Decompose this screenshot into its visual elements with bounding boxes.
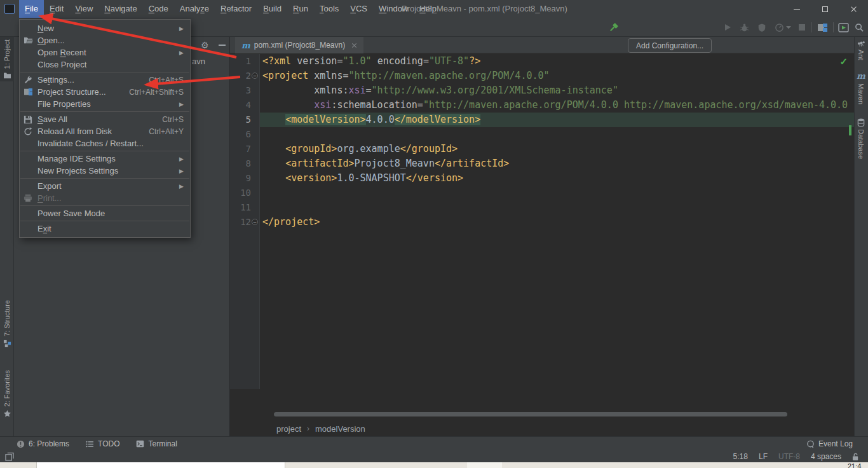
tab-close-icon[interactable] (351, 43, 357, 48)
toolwindow-problems-button[interactable]: 6: Problems (17, 439, 69, 448)
menu-item-file-properties[interactable]: File Properties▶ (20, 98, 190, 110)
menu-item-new-projects-settings[interactable]: New Projects Settings▶ (20, 165, 190, 177)
encoding-widget[interactable]: UTF-8 (778, 452, 800, 461)
code-line-4[interactable]: 4 xsi:schemaLocation="http://maven.apach… (230, 98, 854, 113)
menu-item-open-recent[interactable]: Open Recent▶ (20, 46, 190, 59)
submenu-arrow-icon: ▶ (179, 168, 184, 174)
menubar-item-run[interactable]: Run (287, 0, 314, 18)
run-button[interactable] (723, 18, 732, 37)
toolwindow-maven-label: Maven (857, 83, 865, 104)
code-line-2[interactable]: 2−<project xmlns="http://maven.apache.or… (230, 69, 854, 83)
menubar-item-tools[interactable]: Tools (314, 0, 344, 18)
code-viewport[interactable]: 1<?xml version="1.0" encoding="UTF-8"?>2… (230, 54, 854, 389)
menu-item-label: Project Structure... (37, 87, 118, 97)
menu-item-project-structure[interactable]: Project Structure...Ctrl+Alt+Shift+S (20, 86, 190, 98)
menubar-item-edit[interactable]: Edit (44, 0, 69, 18)
breadcrumb-modelversion[interactable]: modelVersion (315, 424, 365, 434)
fold-icon[interactable]: − (252, 72, 258, 79)
stop-button[interactable] (798, 18, 806, 37)
build-hammer-button[interactable] (608, 18, 619, 37)
menu-item-new[interactable]: New▶ (20, 22, 190, 34)
menubar-item-file[interactable]: File (19, 0, 44, 18)
menu-item-save-all[interactable]: Save AllCtrl+S (20, 113, 190, 125)
horizontal-scrollbar[interactable] (274, 412, 787, 416)
background-window-white-area (36, 462, 285, 468)
menubar-item-vcs[interactable]: VCS (344, 0, 373, 18)
menu-item-close-project[interactable]: Close Project (20, 59, 190, 71)
maximize-button[interactable] (811, 0, 839, 18)
maximize-icon (822, 6, 828, 12)
submenu-arrow-icon: ▶ (179, 156, 184, 162)
code-line-5[interactable]: 5 <modelVersion>4.0.0</modelVersion> (230, 113, 854, 127)
toolwindow-terminal-button[interactable]: Terminal (136, 439, 177, 448)
code-line-3[interactable]: 3 xmlns:xsi="http://www.w3.org/2001/XMLS… (230, 83, 854, 98)
project-root-partial-label: avn (192, 57, 205, 66)
debug-button[interactable] (740, 18, 749, 37)
toolwindow-database-button[interactable]: Database (854, 118, 868, 159)
menu-item-print[interactable]: Print... (20, 192, 190, 204)
line-number: 4 (230, 98, 260, 113)
run-anything-button[interactable] (838, 18, 849, 37)
code-line-8[interactable]: 8 <artifactId>Projoct8_Meavn</artifactId… (230, 156, 854, 171)
editor-tabbar: m pom.xml (Projoct8_Meavn) (230, 37, 854, 53)
code-line-11[interactable]: 11 (230, 200, 854, 215)
toolwindow-favorites-button[interactable]: 2: Favorites (0, 368, 14, 420)
database-icon (857, 118, 865, 127)
code-line-6[interactable]: 6 (230, 127, 854, 142)
maven-file-icon: m (241, 41, 250, 50)
toolwindow-todo-button[interactable]: TODO (86, 439, 119, 448)
toolwindow-ant-button[interactable]: Ant (854, 39, 868, 60)
toolwindow-maven-button[interactable]: m Maven (854, 71, 868, 104)
indent-widget[interactable]: 4 spaces (811, 452, 841, 461)
menu-item-power-save-mode[interactable]: Power Save Mode (20, 207, 190, 219)
code-text: <version>1.0-SNAPSHOT</version> (260, 171, 463, 186)
menu-item-label: Reload All from Disk (37, 127, 137, 136)
project-structure-button[interactable] (817, 18, 828, 37)
todo-label: TODO (98, 439, 119, 448)
close-button[interactable] (839, 0, 868, 18)
lock-icon[interactable] (852, 453, 859, 461)
add-configuration-button[interactable]: Add Configuration... (628, 38, 712, 53)
menu-item-settings[interactable]: Settings...Ctrl+Alt+S (20, 74, 190, 86)
menubar-item-build[interactable]: Build (257, 0, 287, 18)
toolbar-separator (833, 22, 834, 32)
menu-item-manage-ide-settings[interactable]: Manage IDE Settings▶ (20, 153, 190, 165)
minimize-button[interactable] (782, 0, 811, 18)
code-line-9[interactable]: 9 <version>1.0-SNAPSHOT</version> (230, 171, 854, 186)
code-line-12[interactable]: 12−</project> (230, 215, 854, 230)
menu-item-invalidate-caches-restart[interactable]: Invalidate Caches / Restart... (20, 137, 190, 149)
fold-icon[interactable]: − (252, 219, 258, 225)
menu-item-open[interactable]: Open... (20, 34, 190, 46)
menu-item-label: Settings... (37, 75, 137, 85)
search-everywhere-button[interactable] (855, 18, 864, 37)
code-line-7[interactable]: 7 <groupId>org.example</groupId> (230, 142, 854, 156)
code-line-1[interactable]: 1<?xml version="1.0" encoding="UTF-8"?> (230, 54, 854, 69)
toolwindow-structure-button[interactable]: 7: Structure (0, 298, 14, 350)
toolwindow-toggle-button[interactable] (5, 452, 14, 461)
bottom-toolwindow-bar: 6: Problems TODO Terminal Event Log (0, 436, 868, 451)
menubar-item-analyze[interactable]: Analyze (174, 0, 215, 18)
error-stripe-mark[interactable] (849, 125, 851, 135)
caret-position-widget[interactable]: 5:18 (733, 452, 748, 461)
editor-tab-pom-xml[interactable]: m pom.xml (Projoct8_Meavn) (235, 37, 363, 53)
code-line-10[interactable]: 10 (230, 186, 854, 200)
menu-item-label: Close Project (37, 60, 184, 69)
hide-panel-icon[interactable] (219, 45, 226, 46)
menubar-item-refactor[interactable]: Refactor (215, 0, 257, 18)
menu-item-export[interactable]: Export▶ (20, 180, 190, 192)
menubar-item-navigate[interactable]: Navigate (98, 0, 142, 18)
titlebar: FileEditViewNavigateCodeAnalyzeRefactorB… (0, 0, 868, 18)
breadcrumb-project[interactable]: project (276, 424, 301, 434)
profiler-button[interactable] (775, 18, 791, 37)
coverage-button[interactable] (757, 18, 766, 37)
toolwindow-project-button[interactable]: 1: Project (0, 37, 14, 81)
toolwindow-event-log-button[interactable]: Event Log (806, 439, 853, 448)
menu-item-exit[interactable]: Exit (20, 223, 190, 235)
menubar-item-code[interactable]: Code (143, 0, 174, 18)
inspections-ok-icon[interactable]: ✓ (839, 56, 848, 67)
menu-item-reload-all-from-disk[interactable]: Reload All from DiskCtrl+Alt+Y (20, 125, 190, 137)
line-separator-widget[interactable]: LF (759, 452, 768, 461)
breadcrumb-separator-icon: › (307, 424, 309, 433)
menubar-item-view[interactable]: View (69, 0, 98, 18)
gear-icon[interactable]: ⚙ (201, 40, 209, 50)
